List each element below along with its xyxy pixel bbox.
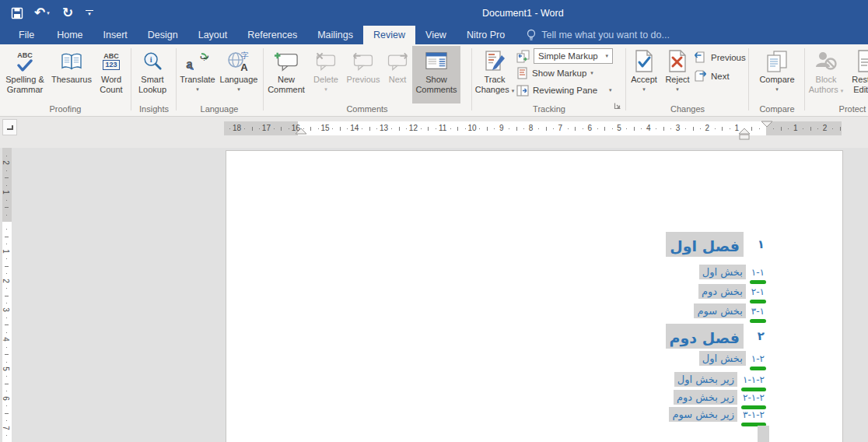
next-comment-icon [386,48,409,75]
reviewing-pane-button[interactable]: Reviewing Pane▾ [516,82,613,99]
show-comments-button[interactable]: Show Comments [412,46,460,103]
ruler-mark [656,128,656,129]
heading-text: بخش سوم [694,303,745,318]
language-button[interactable]: A字 Language ▾ [218,46,260,103]
heading-text: بخش اول [699,351,746,366]
ruler-mark [450,128,451,129]
spelling-grammar-button[interactable]: ABC Spelling & Grammar [2,46,48,103]
reviewing-pane-icon [516,85,529,96]
ruler-mark: 7 [2,426,9,430]
ruler-mark [5,324,9,325]
delete-comment-icon [314,48,338,75]
ruler-mark [6,170,7,171]
track-changes-button[interactable]: Track Changes ▾ [473,46,516,103]
ruler-mark [781,127,782,131]
ruler-mark: 17 [262,124,271,133]
ruler-mark [626,128,627,129]
ribbon: ABC Spelling & Grammar Thesaurus ABC 123 [0,44,868,117]
tab-design[interactable]: Design [138,26,188,44]
ruler-mark: 7 [558,124,563,133]
tab-references[interactable]: References [237,26,307,44]
customize-qat-button[interactable]: ▾ [86,0,93,26]
ruler-mark [281,127,282,131]
tab-mailings[interactable]: Mailings [307,26,363,44]
undo-button[interactable]: ↶▾ [34,0,50,26]
restrict-editing-button[interactable]: Restrict Editing [846,46,868,103]
word-count-button[interactable]: ABC 123 Word Count [95,46,128,103]
ruler-mark [5,413,9,414]
document-page[interactable]: ١فصل اول١-١بخش اول٢-١بخش دوم٣-١بخش سوم٢ف… [226,150,843,442]
tell-me-box[interactable]: Tell me what you want to do... [515,26,670,44]
smart-lookup-button[interactable]: i Smart Lookup [132,46,173,103]
reject-button[interactable]: Reject ▾ [661,46,694,103]
heading-line-9[interactable]: ٣-١-٢زیر بخش سوم [669,407,765,422]
ruler-mark [6,244,7,244]
ruler-mark [465,128,466,129]
ruler-mark [479,128,480,129]
ruler-mark [553,128,554,129]
vertical-ruler[interactable]: 123456712 [2,148,12,442]
ruler-mark [362,128,362,129]
group-insights: i Smart Lookup Insights [132,44,176,116]
tab-view[interactable]: View [415,26,457,44]
ruler-mark [788,128,789,129]
ruler-mark [6,303,7,303]
ruler-mark [575,127,576,131]
next-change-button[interactable]: Next [694,68,746,84]
tab-home[interactable]: Home [47,26,93,44]
save-icon[interactable] [11,0,23,26]
heading-text: زیر بخش اول [674,372,737,387]
spelling-check-icon: ABC [16,48,33,75]
previous-change-button[interactable]: Previous [694,49,746,65]
ruler-mark: 2 [823,124,828,133]
ruler-mark [509,128,509,129]
ruler-mark [6,376,7,377]
ruler-mark [832,128,833,129]
heading-line-5[interactable]: ٢فصل دوم [666,324,765,349]
tracking-dialog-launcher[interactable] [614,99,621,113]
ruler-mark [6,420,7,421]
ruler-mark [259,128,260,129]
display-for-review-select[interactable]: Simple Markup▾ [534,48,613,64]
ruler-mark: 1 [793,124,798,133]
right-indent-marker[interactable] [295,128,307,135]
tab-stop-selector[interactable] [2,119,17,135]
first-line-indent-marker[interactable] [761,121,773,128]
ruler-mark: 10 [467,124,476,133]
ruler-mark [229,128,230,129]
heading-line-3[interactable]: ٢-١بخش دوم [698,284,765,299]
heading-line-2[interactable]: ١-١بخش اول [699,265,765,279]
translate-button[interactable]: aب Translate ▾ [177,46,218,103]
show-markup-button[interactable]: Show Markup▾ [516,65,613,82]
window-title: Document1 - Word [482,0,564,26]
previous-comment-icon [352,48,375,75]
block-authors-button: Block Authors ▾ [806,46,846,103]
ruler-mark: 6 [2,396,9,401]
show-comments-icon [425,48,448,75]
new-comment-button[interactable]: New Comment [264,46,308,103]
ruler-mark: 2 [705,124,710,133]
block-authors-icon [814,48,838,75]
heading-line-6[interactable]: ١-٢بخش اول [699,351,765,366]
previous-comment-button: Previous [344,46,383,103]
heading-line-1[interactable]: ١فصل اول [666,232,765,257]
heading-line-7[interactable]: ١-١-٢زیر بخش اول [674,372,765,387]
redo-button[interactable]: ↻ [62,0,73,26]
heading-number: ٢ [758,329,765,343]
show-markup-icon [516,67,528,79]
tab-review[interactable]: Review [363,26,415,44]
tab-nitro-pro[interactable]: Nitro Pro [457,26,515,44]
tab-layout[interactable]: Layout [188,26,238,44]
heading-line-8[interactable]: ٢-١-٢زیر بخش دوم [674,390,765,405]
heading-line-4[interactable]: ٣-١بخش سوم [694,303,765,318]
accept-button[interactable]: Accept ▾ [627,46,661,103]
group-protect: Block Authors ▾ Restrict Editing Protect [806,44,868,116]
tab-insert[interactable]: Insert [93,26,138,44]
hanging-indent-marker[interactable] [738,128,751,141]
ruler-mark [376,128,377,129]
ruler-mark: 4 [2,337,9,342]
tab-file[interactable]: File [6,26,47,44]
ruler-mark: 3 [2,308,9,313]
thesaurus-button[interactable]: Thesaurus [48,46,95,103]
compare-button[interactable]: Compare ▾ [755,46,799,103]
